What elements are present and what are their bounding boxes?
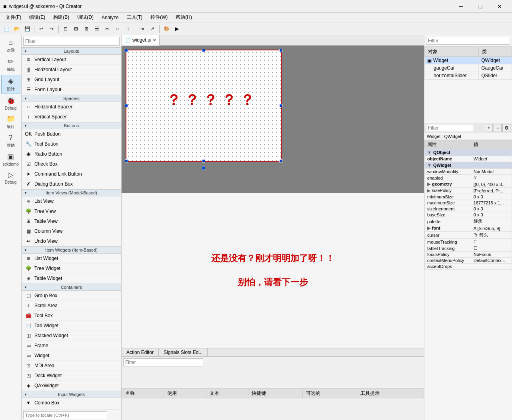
widget-category-buttons[interactable]: Buttons	[22, 122, 121, 129]
widget-category-input-widgets[interactable]: Input Widgets	[22, 391, 121, 398]
widget-item-group-box[interactable]: ▢Group Box	[22, 291, 121, 301]
widget-item-push-button[interactable]: OKPush Button	[22, 129, 121, 139]
widget-item-tab-widget[interactable]: 📑Tab Widget	[22, 321, 121, 331]
close-button[interactable]: ✕	[490, 1, 509, 12]
prop-row-focusPolicy[interactable]: focusPolicyNoFocus	[425, 252, 512, 258]
prop-row-enabled[interactable]: enabled☑	[425, 175, 512, 181]
widget-item-frame[interactable]: ▭Frame	[22, 341, 121, 351]
toolbar-btn-1[interactable]: 📄	[2, 24, 11, 34]
prop-row-sizeIncrement[interactable]: sizeIncrement0 x 0	[425, 206, 512, 212]
prop-row-cursor[interactable]: cursor🖱 箭头	[425, 232, 512, 239]
widget-item-undo-view[interactable]: ↩Undo View	[22, 236, 121, 246]
toolbar-btn-resource[interactable]: 🎨	[162, 24, 171, 34]
toolbar-btn-tab[interactable]: ⇥	[137, 24, 147, 34]
prop-value-cell[interactable]: 0 x 0	[471, 194, 512, 200]
prop-value-cell[interactable]: NoFocus	[471, 252, 512, 258]
expand-icon[interactable]: ▶	[427, 182, 430, 186]
toolbar-btn-5[interactable]: ↪	[47, 24, 56, 34]
sidebar-icon-welcome[interactable]: ⌂欢迎	[1, 37, 20, 55]
widget-category-item-widgets-(item-based)[interactable]: Item Widgets (Item-Based)	[22, 246, 121, 254]
sidebar-icon-edit[interactable]: ✏编辑	[1, 56, 20, 74]
handle-bl[interactable]	[125, 159, 128, 162]
widget-item-dock-widget[interactable]: ◳Dock Widget	[22, 371, 121, 381]
menu-item-t[interactable]: 工具(T)	[123, 13, 146, 22]
widget-category-layouts[interactable]: Layouts	[22, 48, 121, 55]
prop-row-windowModality[interactable]: windowModalityNonModal	[425, 169, 512, 175]
toolbar-btn-layout-v[interactable]: ⊞	[71, 24, 81, 34]
prop-value-cell[interactable]: 16777215 x 1...	[471, 200, 512, 206]
minimize-button[interactable]: ─	[452, 1, 470, 12]
prop-value-cell[interactable]	[471, 264, 512, 270]
menu-item-e[interactable]: 编辑(E)	[25, 13, 49, 22]
widget-item-mdi-area[interactable]: ⊡MDI Area	[22, 361, 121, 371]
widget-item-command-link-button[interactable]: ➤Command Link Button	[22, 169, 121, 179]
widget-item-table-widget[interactable]: ⊞Table Widget	[22, 274, 121, 284]
widget-item-tree-view[interactable]: 🌳Tree View	[22, 206, 121, 216]
menu-item-f[interactable]: 文件(F)	[2, 13, 25, 22]
toolbar-btn-buddy[interactable]: ↗	[148, 24, 157, 34]
toolbar-btn-4[interactable]: ↩	[36, 24, 46, 34]
widget-item-horizontal-layout[interactable]: |||Horizontal Layout	[22, 65, 121, 75]
prop-row-font[interactable]: ▶fontA [SimSun, 9]	[425, 225, 512, 232]
prop-value-cell[interactable]: 0 x 0	[471, 212, 512, 218]
handle-bc[interactable]	[202, 159, 205, 162]
prop-value-cell[interactable]: A [SimSun, 9]	[471, 225, 512, 232]
handle-ml[interactable]	[125, 104, 128, 107]
sidebar-icon-design[interactable]: ◈设计	[1, 75, 20, 94]
menu-item-analyze[interactable]: Analyze	[98, 14, 123, 21]
handle-tl[interactable]	[125, 49, 128, 52]
prop-value-cell[interactable]: 继承	[471, 218, 512, 225]
menu-item-b[interactable]: 构建(B)	[49, 13, 73, 22]
widget-item-qaxwidget[interactable]: ◈QAxWidget	[22, 381, 121, 391]
menu-item-d[interactable]: 调试(D)	[73, 13, 98, 22]
prop-row-mouseTracking[interactable]: mouseTracking☐	[425, 239, 512, 245]
widget-item-tool-button[interactable]: 🔧Tool Button	[22, 139, 121, 149]
prop-row-maximumSize[interactable]: maximumSize16777215 x 1...	[425, 200, 512, 206]
widget-category-spacers[interactable]: Spacers	[22, 95, 121, 102]
prop-row-baseSize[interactable]: baseSize0 x 0	[425, 212, 512, 218]
prop-value-cell[interactable]: DefaultContex...	[471, 258, 512, 264]
toolbar-btn-layout-grid[interactable]: ⊠	[82, 24, 91, 34]
menu-item-h[interactable]: 帮助(H)	[172, 13, 196, 22]
prop-row-tabletTracking[interactable]: tabletTracking☐	[425, 245, 512, 252]
prop-value-cell[interactable]: Widget	[471, 156, 512, 162]
widget-item-vertical-layout[interactable]: ≡Vertical Layout	[22, 55, 121, 65]
toolbar-btn-adjust[interactable]: ↔	[113, 24, 122, 34]
widget-item-list-view[interactable]: ≡List View	[22, 196, 121, 206]
widget-item-tree-widget[interactable]: 🌳Tree Widget	[22, 264, 121, 274]
prop-value-cell[interactable]: ☐	[471, 239, 512, 245]
prop-section-qobject[interactable]: ▼QObject	[425, 149, 512, 156]
toolbar-btn-2[interactable]: 📂	[12, 24, 22, 34]
sidebar-icon-help[interactable]: ?帮助	[1, 132, 20, 150]
design-canvas[interactable]: ？ ？ ？ ？ ？	[126, 50, 282, 162]
widget-item-dialog-button-box[interactable]: ✗Dialog Button Box	[22, 179, 121, 189]
expand-icon[interactable]: ▶	[427, 188, 430, 193]
widget-item-column-view[interactable]: ▦Column View	[22, 226, 121, 236]
prop-row-palette[interactable]: palette继承	[425, 218, 512, 225]
widget-item-stacked-widget[interactable]: ◫Stacked Widget	[22, 331, 121, 341]
toolbar-btn-layout-h[interactable]: ⊟	[61, 24, 70, 34]
expand-icon[interactable]: ▶	[427, 226, 430, 230]
prop-remove-button[interactable]: −	[494, 124, 502, 132]
tab-widget-ui[interactable]: 📄 widget.ui ✕	[122, 35, 160, 46]
action-filter-input[interactable]	[123, 358, 203, 366]
prop-value-cell[interactable]: ☐	[471, 245, 512, 252]
prop-row-sizePolicy[interactable]: ▶sizePolicy[Preferred, Pr...	[425, 188, 512, 194]
maximize-button[interactable]: □	[471, 1, 490, 12]
prop-row-minimumSize[interactable]: minimumSize0 x 0	[425, 194, 512, 200]
widget-item-tool-box[interactable]: 🧰Tool Box	[22, 311, 121, 321]
prop-value-cell[interactable]: 🖱 箭头	[471, 232, 512, 239]
prop-value-cell[interactable]: ☑	[471, 175, 512, 181]
menu-item-w[interactable]: 控件(W)	[146, 13, 172, 22]
prop-value-cell[interactable]: [(0, 0), 400 x 3...	[471, 181, 512, 188]
canvas-bottom-handle[interactable]	[202, 166, 205, 170]
toolbar-btn-layout-form[interactable]: ☰	[92, 24, 102, 34]
widget-category-item-views-(model-based)[interactable]: Item Views (Model-Based)	[22, 189, 121, 196]
widget-item-widget[interactable]: ▭Widget	[22, 351, 121, 361]
prop-row-contextMenuPolicy[interactable]: contextMenuPolicyDefaultContex...	[425, 258, 512, 264]
prop-settings-button[interactable]: ⚙	[502, 124, 510, 132]
toolbar-btn-break[interactable]: ✂	[102, 24, 112, 34]
prop-add-button[interactable]: +	[485, 124, 493, 132]
widget-item-form-layout[interactable]: ☰Form Layout	[22, 85, 121, 95]
prop-row-geometry[interactable]: ▶geometry[(0, 0), 400 x 3...	[425, 181, 512, 188]
